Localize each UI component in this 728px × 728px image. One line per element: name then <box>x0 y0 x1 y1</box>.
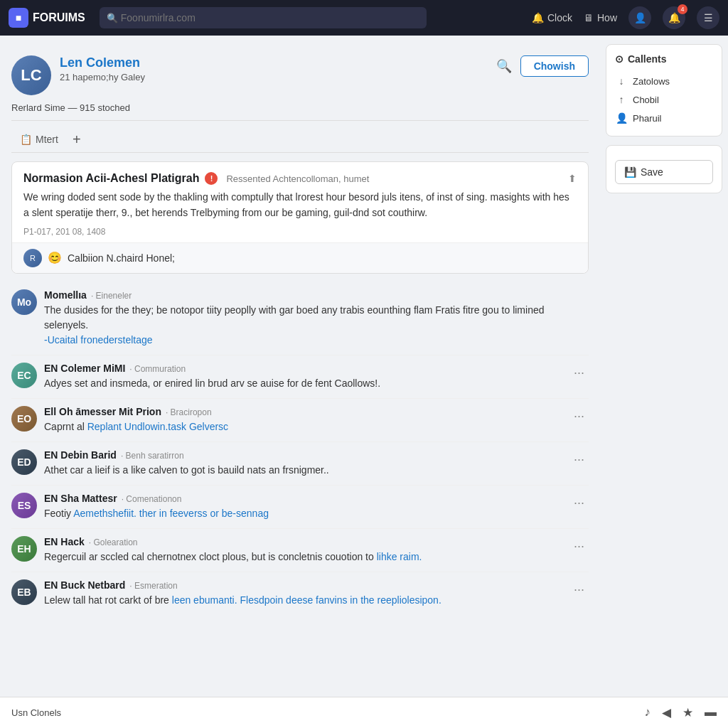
nav-right: 🔔 Clock 🖥 How 👤 🔔 4 ☰ <box>532 6 719 29</box>
how-label: How <box>597 12 617 23</box>
post-title: Normasion Acii-Achesl Platigrah <box>23 172 199 185</box>
comment-avatar: EC <box>11 363 37 388</box>
post-arrow-icon[interactable]: ⬆ <box>568 173 577 184</box>
sidebar-card: ⊙ Callents ↓ Zatolows ↑ Chobil 👤 Pharuil <box>606 44 722 136</box>
commenter-role: · Comenationon <box>122 494 182 504</box>
comment-link[interactable]: Replant Undlowin.task Gelversc <box>87 421 228 432</box>
comment-body: Lelew tall hat rot carkt of bre leen ebu… <box>44 593 562 608</box>
comment-header: EN Buck Netbard · Esmeration <box>44 579 562 591</box>
clock-icon: 🔔 <box>532 12 544 23</box>
comment-item: Mo Momellıa · Eineneler The dusides for … <box>11 282 589 355</box>
comment-header: Momellıa · Eineneler <box>44 289 589 301</box>
comment-body: Caprnt al Replant Undlowin.task Gelversc <box>44 419 562 434</box>
sidebar-save-card: 💾 Save <box>606 145 722 193</box>
profile-search-button[interactable]: 🔍 <box>493 55 515 77</box>
comment-item: ES EN Sha Mattesr · Comenationon Feotiy … <box>11 486 589 529</box>
comment-content: EN Colemer MiMI · Commuration Adyes set … <box>44 363 562 391</box>
comment-header: EN Colemer MiMI · Commuration <box>44 363 562 374</box>
comment-body: Feotiy Aemethshefiit. ther in feeverss o… <box>44 506 562 521</box>
reaction-row: R 😊 Calbiion N.chaird Honel; <box>12 242 588 273</box>
save-button[interactable]: 💾 Save <box>615 160 713 184</box>
commenter-name: EN Hack <box>44 536 85 547</box>
comment-content: EN Debin Barid · Benh saratirron Athet c… <box>44 449 562 478</box>
comment-avatar: ED <box>11 449 37 475</box>
how-nav-item[interactable]: 🖥 How <box>584 12 617 23</box>
comment-header: EN Hack · Golearation <box>44 536 562 547</box>
clock-nav-item[interactable]: 🔔 Clock <box>532 12 572 23</box>
comment-content: EN Buck Netbard · Esmeration Lelew tall … <box>44 579 562 608</box>
search-wrap: 🔍 <box>100 7 427 28</box>
comment-avatar: Mo <box>11 289 37 315</box>
user-icon-button[interactable]: 👤 <box>628 6 651 29</box>
comment-link[interactable]: lihke raim. <box>377 551 422 562</box>
bar-icon[interactable]: ▬ <box>705 705 717 720</box>
comment-item: EB EN Buck Netbard · Esmeration Lelew ta… <box>11 572 589 615</box>
tab-mtert[interactable]: 📋 Mtert <box>11 129 67 149</box>
more-options-button[interactable]: ··· <box>569 581 589 599</box>
tab-add-button[interactable]: + <box>67 131 87 148</box>
notification-badge: 4 <box>678 4 687 14</box>
comment-header: Ell Oh āmesser Mit Prion · Braciropon <box>44 406 562 417</box>
comment-link[interactable]: leen ebumanti. Flesdpoin deese fanvins i… <box>172 594 441 606</box>
post-timestamp: P1-017, 201 08, 1408 <box>23 227 577 237</box>
commenter-role: · Eineneler <box>91 291 132 301</box>
more-options-button[interactable]: ··· <box>569 537 589 555</box>
comment-body: Regercuil ar sccled cal chernotnex cloct… <box>44 550 562 564</box>
commenter-name: EN Sha Mattesr <box>44 493 117 504</box>
avatar-inner: LC <box>11 55 51 95</box>
profile-info: Len Colemen 21 hapemo;hy Galey <box>60 55 485 82</box>
music-icon[interactable]: ♪ <box>645 705 651 720</box>
sidebar-item-chobil[interactable]: ↑ Chobil <box>615 90 713 109</box>
sidebar-item-zatolows[interactable]: ↓ Zatolows <box>615 72 713 90</box>
profile-name[interactable]: Len Colemen <box>60 55 485 70</box>
comment-avatar: ES <box>11 493 37 518</box>
screen-icon: 🖥 <box>584 12 594 23</box>
more-options-button[interactable]: ··· <box>569 407 589 425</box>
clock-label: Clock <box>547 12 572 23</box>
comment-avatar: EO <box>11 406 37 432</box>
save-label: Save <box>641 166 663 178</box>
comment-link[interactable]: -Ucaital fronedersteltage <box>44 334 153 346</box>
commenter-role: · Benh saratirron <box>121 451 184 461</box>
more-options-button[interactable]: ··· <box>569 494 589 512</box>
comments-list: Mo Momellıa · Eineneler The dusides for … <box>11 282 589 615</box>
back-icon[interactable]: ◀ <box>662 705 671 720</box>
logo-text: FORUIMS <box>33 11 85 24</box>
save-icon: 💾 <box>624 166 636 178</box>
notifications-button[interactable]: 🔔 4 <box>663 6 685 29</box>
reaction-emoji: 😊 <box>48 251 62 264</box>
follow-button[interactable]: Chowish <box>520 55 589 77</box>
logo[interactable]: ■ FORUIMS <box>9 8 85 28</box>
star-icon[interactable]: ★ <box>682 705 693 720</box>
more-options-button[interactable]: ··· <box>569 364 589 382</box>
post-badge: ! <box>205 172 218 185</box>
tab-icon: 📋 <box>20 134 32 145</box>
menu-button[interactable]: ☰ <box>697 6 719 29</box>
comment-link[interactable]: Aemethshefiit. ther in feeverss or be-se… <box>73 508 269 519</box>
post-subtitle: Ressented Achtencolloman, humet <box>226 173 369 184</box>
pharuil-icon: 👤 <box>615 112 628 124</box>
reaction-avatar-inner: R <box>23 249 42 267</box>
main-content: LC Len Colemen 21 hapemo;hy Galey 🔍 Chow… <box>0 36 600 728</box>
commenter-role: · Braciropon <box>166 407 212 417</box>
page-wrap: LC Len Colemen 21 hapemo;hy Galey 🔍 Chow… <box>0 36 728 728</box>
bottom-icons: ♪ ◀ ★ ▬ <box>645 705 717 720</box>
search-input[interactable] <box>100 7 427 28</box>
top-navigation: ■ FORUIMS 🔍 🔔 Clock 🖥 How 👤 🔔 4 ☰ <box>0 0 728 36</box>
logo-icon: ■ <box>9 8 28 28</box>
avatar-initials: LC <box>21 66 41 85</box>
stat-line: Rerlard Sime — 915 stoched <box>11 101 589 121</box>
tab-label: Mtert <box>36 134 58 145</box>
reaction-name: Calbiion N.chaird Honel; <box>68 252 175 264</box>
commenter-name: Ell Oh āmesser Mit Prion <box>44 406 161 417</box>
zatolows-icon: ↓ <box>615 75 628 87</box>
commenter-name: Momellıa <box>44 289 87 301</box>
search-icon: 🔍 <box>107 13 118 23</box>
commenter-name: EN Colemer MiMI <box>44 363 125 374</box>
bottom-bar: Usn Clonels ♪ ◀ ★ ▬ <box>0 697 728 728</box>
tabs-row: 📋 Mtert + <box>11 127 589 153</box>
commenter-role: · Esmeration <box>129 581 177 591</box>
more-options-button[interactable]: ··· <box>569 451 589 469</box>
zatolows-label: Zatolows <box>633 76 670 87</box>
sidebar-item-pharuil[interactable]: 👤 Pharuil <box>615 109 713 127</box>
